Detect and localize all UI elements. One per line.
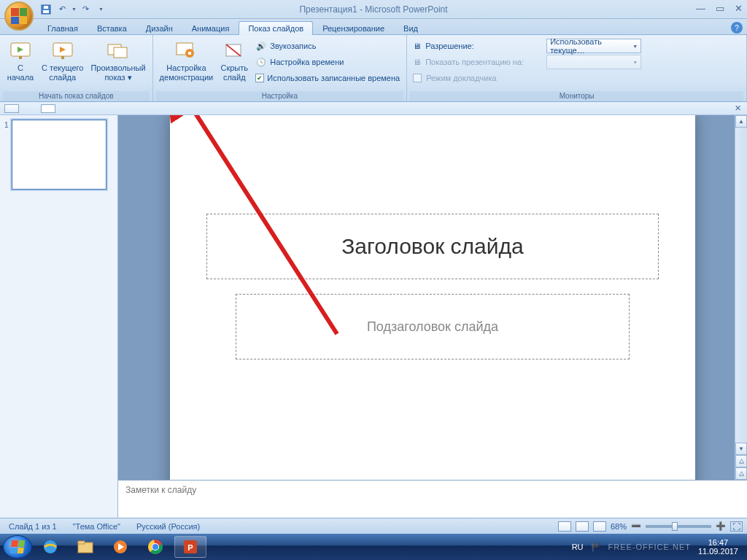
title-placeholder[interactable]: Заголовок слайда <box>206 214 659 279</box>
subtitle-placeholder[interactable]: Подзаголовок слайда <box>236 294 630 359</box>
vertical-scrollbar[interactable]: ▲ ▼ ⧋ ⧋ <box>735 115 747 480</box>
rehearse-timings-button[interactable]: 🕓Настройка времени <box>252 54 403 70</box>
minimize-button[interactable]: — <box>696 3 705 14</box>
svg-rect-10 <box>114 47 127 58</box>
qat-redo[interactable]: ↷ <box>80 3 93 16</box>
window-controls: — ▭ ✕ <box>696 3 743 14</box>
normal-view-button[interactable] <box>558 521 571 532</box>
qat-save[interactable] <box>39 3 53 16</box>
task-powerpoint[interactable]: P <box>174 536 206 558</box>
qat-undo-dropdown[interactable]: ▼ <box>71 7 77 12</box>
svg-point-27 <box>152 544 158 550</box>
svg-rect-1 <box>43 10 49 13</box>
ribbon-tabs: Главная Вставка Дизайн Анимация Показ сл… <box>0 19 747 35</box>
ribbon: Сначала С текущегослайда Произвольныйпок… <box>0 35 747 102</box>
taskbar: P RU 🏴 FREE-OFFICE.NET 16:4711.09.2017 <box>0 534 747 560</box>
resolution-select[interactable]: Использовать текуще…▼ <box>546 39 641 53</box>
group-label-start: Начать показ слайдов <box>3 91 150 101</box>
office-button[interactable] <box>4 1 34 31</box>
task-chrome[interactable] <box>139 536 171 558</box>
ribbon-group-monitors: 🖥 Разрешение: Использовать текуще…▼ 🖥 По… <box>407 35 747 101</box>
custom-show-button[interactable]: Произвольныйпоказ ▾ <box>87 36 149 85</box>
group-label-setup: Настройка <box>156 91 404 101</box>
status-slide-count: Слайд 1 из 1 <box>4 521 61 532</box>
setup-slideshow-button[interactable]: Настройкадемонстрации <box>156 36 217 85</box>
tab-view[interactable]: Вид <box>394 21 427 35</box>
slide-canvas[interactable]: Заголовок слайда Подзаголовок слайда <box>170 115 695 480</box>
quick-access-toolbar: ↶ ▼ ↷ ▼ <box>39 3 104 16</box>
zoom-out[interactable]: ➖ <box>631 521 641 531</box>
tab-home[interactable]: Главная <box>38 21 88 35</box>
record-narration-button[interactable]: 🔊Звукозапись <box>252 38 403 54</box>
pane-close[interactable]: ✕ <box>735 104 741 113</box>
ribbon-group-start: Сначала С текущегослайда Произвольныйпок… <box>0 35 153 101</box>
slide-thumbnail-panel[interactable]: 1 <box>0 115 118 518</box>
slideshow-view-button[interactable] <box>593 521 606 532</box>
svg-rect-8 <box>61 56 64 59</box>
windows-logo-icon <box>10 540 26 553</box>
use-timings-checkbox[interactable]: ✔Использовать записанные времена <box>252 70 403 86</box>
svg-rect-13 <box>188 52 191 55</box>
canvas-area[interactable]: Заголовок слайда Подзаголовок слайда <box>118 115 747 480</box>
ribbon-group-setup: Настройкадемонстрации Скрытьслайд 🔊Звуко… <box>153 35 408 101</box>
svg-rect-20 <box>78 541 85 544</box>
svg-rect-5 <box>19 56 22 59</box>
sorter-view-button[interactable] <box>576 521 589 532</box>
task-explorer[interactable] <box>69 536 101 558</box>
subtitle-text: Подзаголовок слайда <box>367 319 498 335</box>
start-button[interactable] <box>3 535 32 559</box>
monitor-icon-2: 🖥 <box>413 58 421 66</box>
resolution-label: Разрешение: <box>425 42 542 50</box>
status-theme: "Тема Office" <box>69 521 125 532</box>
fit-to-window[interactable]: ⛶ <box>730 521 743 532</box>
thumbnail-item[interactable]: 1 <box>4 120 113 190</box>
svg-text:P: P <box>187 543 193 552</box>
thumbnail-preview[interactable] <box>12 120 107 190</box>
zoom-slider[interactable] <box>646 525 711 528</box>
from-beginning-button[interactable]: Сначала <box>3 36 38 85</box>
custom-show-icon <box>107 39 130 63</box>
system-tray: RU 🏴 FREE-OFFICE.NET 16:4711.09.2017 <box>572 538 744 556</box>
group-label-monitors: Мониторы <box>410 91 743 101</box>
hide-slide-icon <box>222 39 246 63</box>
slides-tab-button[interactable] <box>4 104 19 113</box>
slide-editor: Заголовок слайда Подзаголовок слайда ▲ ▼… <box>118 115 747 518</box>
show-on-select: ▼ <box>546 55 641 69</box>
tab-slideshow[interactable]: Показ слайдов <box>239 21 313 35</box>
next-slide[interactable]: ⧋ <box>735 467 747 480</box>
notes-pane[interactable]: Заметки к слайду <box>118 480 747 518</box>
scroll-up[interactable]: ▲ <box>735 115 747 128</box>
tab-insert[interactable]: Вставка <box>88 21 136 35</box>
status-bar: Слайд 1 из 1 "Тема Office" Русский (Росс… <box>0 518 747 534</box>
status-language[interactable]: Русский (Россия) <box>132 521 204 532</box>
presentation-icon <box>9 39 32 63</box>
show-on-label: Показать презентацию на: <box>425 58 542 66</box>
setup-icon <box>174 39 198 63</box>
tab-animation[interactable]: Анимация <box>182 21 239 35</box>
hide-slide-button[interactable]: Скрытьслайд <box>217 36 252 85</box>
view-controls: 68% ➖ ➕ ⛶ <box>558 521 743 532</box>
task-ie[interactable] <box>34 536 66 558</box>
title-text: Заголовок слайда <box>341 234 524 259</box>
tab-review[interactable]: Рецензирование <box>313 21 394 35</box>
qat-undo[interactable]: ↶ <box>55 3 69 16</box>
tray-flag-icon[interactable]: 🏴 <box>591 542 601 552</box>
close-button[interactable]: ✕ <box>735 3 743 14</box>
maximize-button[interactable]: ▭ <box>716 3 724 14</box>
outline-tab-button[interactable] <box>41 104 55 113</box>
qat-customize[interactable]: ▼ <box>98 7 104 12</box>
scroll-down[interactable]: ▼ <box>735 443 747 455</box>
tray-clock[interactable]: 16:4711.09.2017 <box>698 538 738 556</box>
presenter-view-label: Режим докладчика <box>426 74 496 82</box>
thumbnail-number: 1 <box>4 120 9 190</box>
task-mediaplayer[interactable] <box>104 536 136 558</box>
mic-icon: 🔊 <box>255 40 267 52</box>
tab-design[interactable]: Дизайн <box>136 21 182 35</box>
tray-language[interactable]: RU <box>572 542 584 551</box>
from-current-button[interactable]: С текущегослайда <box>38 36 87 85</box>
zoom-percent[interactable]: 68% <box>611 522 627 531</box>
zoom-in[interactable]: ➕ <box>716 521 726 531</box>
prev-slide[interactable]: ⧋ <box>735 455 747 467</box>
help-button[interactable]: ? <box>731 22 743 34</box>
pane-header: ✕ <box>0 102 747 115</box>
